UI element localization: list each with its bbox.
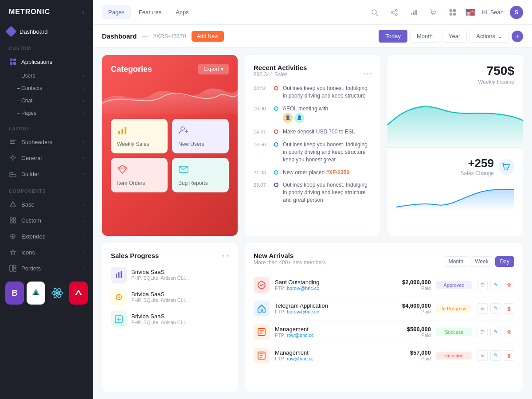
- svg-line-33: [393, 13, 395, 14]
- view-button[interactable]: ⊟: [477, 280, 488, 290]
- period-today-button[interactable]: Today: [379, 30, 407, 43]
- base-icon: [9, 200, 17, 208]
- period-selector: Today Month Year Actions ⌄ +: [379, 30, 523, 43]
- svg-rect-36: [415, 10, 417, 15]
- status-badge: Rejected: [436, 352, 472, 360]
- edit-button[interactable]: ✎: [490, 280, 501, 290]
- new-users-box[interactable]: New Users: [172, 119, 229, 153]
- sales-change-amount: +259: [396, 156, 494, 170]
- tab-features[interactable]: Features: [133, 5, 168, 19]
- income-chart: [387, 90, 523, 147]
- chevron-right-icon: ›: [83, 140, 84, 145]
- timeline-item: 23:07 Outlines keep you honest. Indulgin…: [254, 181, 372, 203]
- diamond-icon: [117, 164, 128, 177]
- sidebar-item-users[interactable]: – Users ›: [0, 70, 93, 82]
- app-logo: [111, 311, 127, 327]
- delete-button[interactable]: 🗑: [504, 327, 514, 337]
- tab-apps[interactable]: Apps: [169, 5, 195, 19]
- sidebar-item-chat[interactable]: – Chat ›: [0, 94, 93, 107]
- svg-rect-5: [10, 141, 14, 142]
- view-button[interactable]: ⊟: [477, 327, 488, 337]
- period-month-button[interactable]: Month: [444, 256, 468, 267]
- new-users-label: New Users: [178, 141, 204, 147]
- svg-rect-43: [118, 131, 120, 134]
- sidebar-item-dashboard[interactable]: Dashboard: [0, 24, 93, 39]
- sidebar-item-extended[interactable]: Extended ›: [0, 228, 93, 244]
- sidebar-item-applications[interactable]: Applications ⌄: [0, 54, 93, 70]
- tab-pages[interactable]: Pages: [102, 5, 131, 19]
- dashboard-content: Categories Export ▾: [93, 48, 532, 399]
- svg-rect-16: [10, 265, 12, 271]
- sales-change-section: +259 Sales Change: [387, 148, 523, 219]
- topnav-tabs: Pages Features Apps: [102, 5, 195, 19]
- top-navigation: Pages Features Apps 🇺🇸 Hi, Sean S: [93, 0, 532, 25]
- activities-header: Recent Activities 890,344 Sales: [254, 64, 372, 83]
- chevron-right-icon: ›: [83, 266, 84, 271]
- sidebar-item-pages[interactable]: – Pages ›: [0, 107, 93, 119]
- svg-point-53: [507, 168, 508, 169]
- export-button[interactable]: Export ▾: [198, 64, 229, 74]
- svg-rect-9: [10, 172, 13, 174]
- sidebar-item-subheaders[interactable]: Subheaders ›: [0, 134, 93, 150]
- subheaders-icon: [9, 138, 17, 146]
- new-arrivals-period: Month Week Day: [444, 256, 514, 267]
- react-logo: [48, 282, 66, 305]
- period-year-button[interactable]: Year: [442, 30, 467, 43]
- view-button[interactable]: ⊟: [477, 303, 488, 314]
- period-day-button[interactable]: Day: [495, 256, 514, 267]
- svg-rect-41: [450, 13, 452, 16]
- sidebar-collapse-icon[interactable]: ‹: [82, 8, 84, 16]
- chart-icon[interactable]: [407, 6, 420, 19]
- period-week-button[interactable]: Week: [470, 256, 493, 267]
- portlets-icon: [9, 264, 17, 272]
- sidebar-item-general[interactable]: General ›: [0, 150, 93, 166]
- period-month-button[interactable]: Month: [410, 30, 439, 43]
- more-icon[interactable]: •: [222, 252, 225, 260]
- sidebar-item-custom[interactable]: Custom ›: [0, 212, 93, 228]
- sidebar-item-base[interactable]: Base ›: [0, 196, 93, 212]
- avatar: 👤: [294, 113, 304, 123]
- activities-menu[interactable]: [364, 73, 372, 74]
- share-icon[interactable]: [387, 6, 401, 19]
- delete-button[interactable]: 🗑: [504, 280, 514, 290]
- activities-card: Recent Activities 890,344 Sales 08:42 Ou…: [245, 55, 380, 236]
- delete-button[interactable]: 🗑: [504, 350, 514, 361]
- view-button[interactable]: ⊟: [477, 350, 488, 361]
- add-circle-button[interactable]: +: [512, 31, 523, 42]
- edit-button[interactable]: ✎: [490, 350, 501, 361]
- bootstrap-logo: B: [5, 282, 24, 305]
- dot-icon: [274, 106, 278, 111]
- flag-icon: 🇺🇸: [466, 8, 475, 17]
- timeline-item: 21:03 New order placed #XF-2356: [254, 169, 372, 176]
- svg-rect-14: [13, 221, 16, 223]
- search-icon[interactable]: [368, 6, 381, 19]
- sidebar-item-icons[interactable]: Icons ›: [0, 244, 93, 260]
- categories-card: Categories Export ▾: [102, 55, 238, 236]
- sidebar-item-builder[interactable]: Builder ›: [0, 166, 93, 182]
- sales-progress-item: Briviba SaaS PHP, SQLite, Artisan CLI...: [111, 289, 229, 305]
- svg-rect-35: [413, 12, 415, 15]
- user-avatar[interactable]: S: [510, 6, 523, 19]
- bug-reports-box[interactable]: Bug Reports: [172, 158, 229, 192]
- edit-button[interactable]: ✎: [490, 327, 501, 337]
- sales-progress-item: Briviba SaaS PHP, SQLite, Artisan CLI...: [111, 267, 229, 283]
- sidebar-item-portlets[interactable]: Portlets ›: [0, 260, 93, 276]
- actions-button[interactable]: Actions ⌄: [469, 30, 509, 43]
- add-new-button[interactable]: Add New: [192, 31, 224, 42]
- app-icon: [254, 324, 270, 340]
- item-orders-box[interactable]: Item Orders: [111, 158, 168, 192]
- more-icon[interactable]: •: [226, 252, 229, 260]
- svg-rect-54: [116, 274, 117, 278]
- angular-logo: [69, 282, 88, 305]
- svg-point-46: [181, 127, 184, 130]
- svg-rect-45: [125, 127, 126, 134]
- edit-button[interactable]: ✎: [490, 303, 501, 314]
- svg-line-32: [393, 11, 395, 12]
- weekly-sales-label: Weekly Sales: [117, 141, 149, 147]
- delete-button[interactable]: 🗑: [504, 303, 514, 314]
- grid-icon[interactable]: [446, 6, 459, 19]
- cart-icon[interactable]: [426, 6, 440, 19]
- sidebar-item-contacts[interactable]: – Contacts ›: [0, 82, 93, 94]
- user-greeting: Hi, Sean: [481, 9, 504, 16]
- weekly-sales-box[interactable]: Weekly Sales: [111, 119, 168, 153]
